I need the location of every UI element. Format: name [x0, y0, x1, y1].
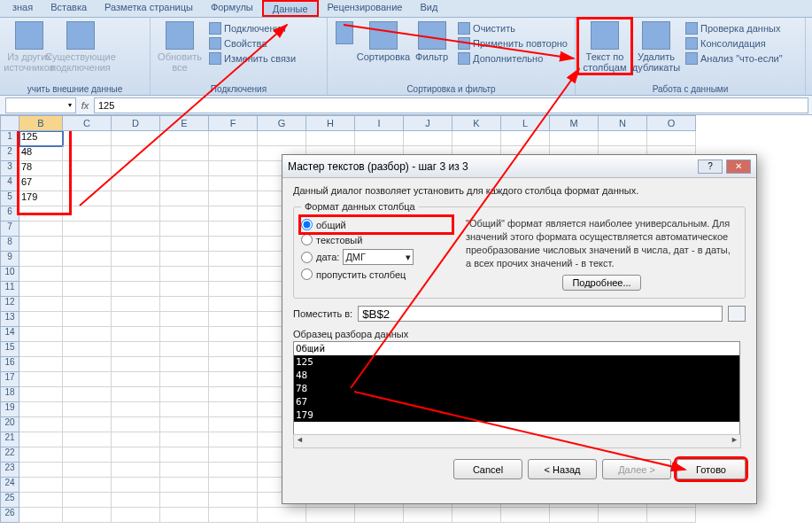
radio-text-input[interactable] — [301, 234, 313, 245]
row-header[interactable]: 8 — [0, 237, 19, 252]
row-header[interactable]: 4 — [0, 176, 19, 191]
cell[interactable] — [63, 478, 112, 493]
cell[interactable] — [404, 508, 452, 523]
cell[interactable] — [258, 508, 306, 523]
cell[interactable]: 125 — [19, 131, 63, 146]
cell[interactable] — [452, 508, 501, 523]
col-header-K[interactable]: K — [452, 115, 501, 131]
row-header[interactable]: 2 — [0, 146, 19, 161]
cell[interactable] — [160, 493, 209, 508]
col-header-L[interactable]: L — [501, 115, 550, 131]
radio-general-input[interactable] — [301, 219, 313, 230]
btn-properties[interactable]: Свойства — [205, 36, 299, 51]
cell[interactable] — [160, 146, 209, 161]
btn-edit-links[interactable]: Изменить связи — [205, 51, 299, 66]
btn-sort[interactable]: Сортировка — [358, 19, 409, 62]
cell[interactable] — [209, 508, 258, 523]
cell[interactable] — [160, 267, 209, 282]
cell[interactable] — [209, 447, 258, 463]
row-header[interactable]: 10 — [0, 267, 19, 282]
radio-skip[interactable]: пропустить столбец — [301, 267, 452, 282]
cell[interactable] — [112, 267, 160, 282]
cell[interactable] — [19, 327, 63, 342]
cell[interactable] — [160, 297, 209, 312]
cell[interactable] — [19, 297, 63, 312]
cell[interactable] — [63, 146, 112, 161]
cell[interactable] — [209, 222, 258, 237]
cell[interactable] — [63, 327, 112, 342]
cell[interactable] — [550, 131, 599, 146]
btn-reapply[interactable]: Применить повторно — [454, 36, 571, 51]
cell[interactable] — [19, 222, 63, 237]
cell[interactable] — [19, 447, 63, 463]
cell[interactable] — [209, 161, 258, 176]
cell[interactable] — [19, 432, 63, 447]
col-header-M[interactable]: M — [550, 115, 599, 131]
cell[interactable] — [550, 508, 599, 523]
row-header[interactable]: 7 — [0, 222, 19, 237]
cell[interactable] — [306, 131, 355, 146]
cell[interactable] — [209, 176, 258, 191]
cell[interactable] — [112, 327, 160, 342]
btn-back[interactable]: < Назад — [528, 459, 597, 479]
cell[interactable] — [63, 176, 112, 191]
row-header[interactable]: 24 — [0, 478, 19, 493]
cell[interactable] — [160, 237, 209, 252]
cell[interactable] — [160, 463, 209, 478]
btn-validation[interactable]: Проверка данных — [682, 21, 786, 35]
cell[interactable] — [112, 297, 160, 312]
cell[interactable] — [160, 206, 209, 222]
cell[interactable] — [63, 267, 112, 282]
cell[interactable] — [112, 312, 160, 327]
row-header[interactable]: 26 — [0, 508, 19, 523]
cell[interactable] — [209, 342, 258, 357]
cell[interactable] — [63, 282, 112, 297]
btn-remove-duplicates[interactable]: Удалить дубликаты — [630, 19, 682, 73]
cell[interactable] — [19, 402, 63, 417]
cell[interactable] — [209, 146, 258, 161]
btn-more[interactable]: Подробнее... — [562, 275, 640, 291]
btn-refresh-all[interactable]: Обновить все — [154, 19, 205, 73]
row-header[interactable]: 18 — [0, 387, 19, 402]
cell[interactable] — [112, 146, 160, 161]
cell[interactable] — [19, 342, 63, 357]
cell[interactable] — [19, 267, 63, 282]
help-button[interactable]: ? — [698, 159, 723, 174]
col-header-E[interactable]: E — [160, 115, 209, 131]
cell[interactable] — [209, 372, 258, 387]
cell[interactable] — [112, 372, 160, 387]
row-header[interactable]: 3 — [0, 161, 19, 176]
btn-clear[interactable]: Очистить — [454, 21, 571, 35]
cell[interactable] — [209, 297, 258, 312]
cell[interactable] — [160, 327, 209, 342]
row-header[interactable]: 12 — [0, 297, 19, 312]
cell[interactable] — [19, 417, 63, 432]
btn-advanced[interactable]: Дополнительно — [454, 51, 571, 66]
cell[interactable] — [112, 463, 160, 478]
cell[interactable] — [160, 508, 209, 523]
btn-sort-asc[interactable] — [331, 19, 358, 46]
cell[interactable] — [404, 131, 452, 146]
btn-finish[interactable]: Готово — [677, 459, 746, 479]
formula-input[interactable]: 125 — [94, 97, 808, 113]
cell[interactable] — [306, 508, 355, 523]
cell[interactable] — [63, 493, 112, 508]
cell[interactable] — [19, 312, 63, 327]
cell[interactable] — [63, 508, 112, 523]
cell[interactable] — [209, 191, 258, 206]
cell[interactable] — [19, 478, 63, 493]
tab-formulas[interactable]: Формулы — [202, 0, 262, 17]
cell[interactable] — [63, 342, 112, 357]
cell[interactable] — [160, 447, 209, 463]
cell[interactable] — [160, 191, 209, 206]
btn-whatif[interactable]: Анализ "что-если" — [682, 51, 786, 66]
cell[interactable] — [63, 372, 112, 387]
cell[interactable]: 48 — [19, 146, 63, 161]
cell[interactable] — [63, 237, 112, 252]
cell[interactable] — [112, 222, 160, 237]
cell[interactable] — [209, 432, 258, 447]
row-header[interactable]: 19 — [0, 402, 19, 417]
row-header[interactable]: 15 — [0, 342, 19, 357]
preview-h-scroll[interactable]: ◄► — [293, 434, 741, 448]
col-header-N[interactable]: N — [599, 115, 647, 131]
